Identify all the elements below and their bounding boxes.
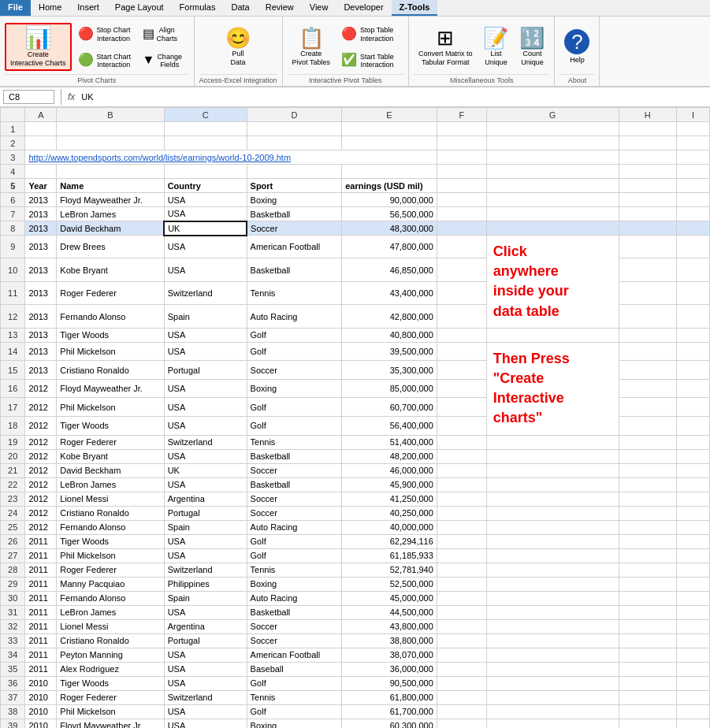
help-button[interactable]: ? Help [559, 26, 594, 68]
pull-data-label: PullData [231, 50, 246, 67]
row-num: 37 [1, 690, 25, 704]
cell-reference-box[interactable] [3, 90, 54, 104]
row-num: 7 [1, 207, 25, 221]
row-num: 18 [1, 416, 25, 435]
header-earnings[interactable]: earnings (USD mil) [342, 179, 437, 193]
row-num: 6 [1, 193, 25, 207]
col-header-e[interactable]: E [342, 108, 437, 122]
change-fields-label: ChangeFields [157, 53, 182, 70]
row-num: 22 [1, 477, 25, 492]
table-row: 212012David BeckhamUKSoccer46,000,000 [1, 463, 710, 477]
row-num: 4 [1, 165, 25, 179]
header-country[interactable]: Country [164, 179, 247, 193]
row-num: 19 [1, 435, 25, 449]
row-num: 8 [1, 221, 25, 236]
menu-home[interactable]: Home [31, 0, 69, 16]
formula-bar-separator [61, 89, 61, 105]
row-num: 12 [1, 305, 25, 328]
col-header-f[interactable]: F [437, 108, 486, 122]
convert-matrix-button[interactable]: ⊞ Convert Matrix toTabular Format [414, 24, 478, 70]
ribbon-group-pivot-charts: 📊 CreateInteractive Charts 🔴 Stop ChartI… [0, 17, 195, 86]
help-icon: ? [564, 29, 589, 54]
start-table-interaction-button[interactable]: ✅ Start TableInteraction [336, 48, 403, 73]
menu-formulas[interactable]: Formulas [172, 0, 224, 16]
table-row: 272011Phil MickelsonUSAGolf61,185,933 [1, 548, 710, 563]
table-row: 352011Alex RodriguezUSABaseball36,000,00… [1, 662, 710, 676]
row-num: 17 [1, 398, 25, 417]
row-num: 28 [1, 563, 25, 577]
list-unique-button[interactable]: 📝 ListUnique [478, 24, 513, 70]
row-num: 38 [1, 704, 25, 719]
menu-data[interactable]: Data [223, 0, 257, 16]
menu-insert[interactable]: Insert [69, 0, 107, 16]
convert-matrix-label: Convert Matrix toTabular Format [418, 50, 473, 67]
align-charts-button[interactable]: ▤ AlignCharts [138, 21, 189, 46]
ribbon-group-about: ? Help About [555, 17, 600, 86]
list-unique-label: ListUnique [485, 50, 507, 67]
table-row: 192012Roger FedererSwitzerlandTennis51,4… [1, 435, 710, 449]
col-header-a[interactable]: A [25, 108, 57, 122]
table-row: 292011Manny PacquiaoPhilippinesBoxing52,… [1, 577, 710, 591]
formula-bar: fx [0, 87, 710, 107]
row-num: 16 [1, 379, 25, 398]
col-header-b[interactable]: B [57, 108, 164, 122]
col-header-d[interactable]: D [247, 108, 342, 122]
table-row: 222012LeBron JamesUSABasketball45,900,00… [1, 477, 710, 492]
stop-chart-interaction-button[interactable]: 🔴 Stop ChartInteraction [73, 21, 136, 46]
row-num: 34 [1, 648, 25, 662]
header-sport[interactable]: Sport [247, 179, 342, 193]
count-unique-icon: 🔢 [519, 28, 545, 48]
about-buttons: ? Help [559, 20, 594, 74]
row-num: 27 [1, 548, 25, 563]
start-chart-interaction-button[interactable]: 🟢 Start ChartInteraction [73, 48, 136, 73]
table-row: 132013Tiger WoodsUSAGolf40,800,000 [1, 328, 710, 342]
menu-developer[interactable]: Developer [336, 0, 391, 16]
table-row: 3 http://www.topendsports.com/world/list… [1, 150, 710, 165]
pull-data-button[interactable]: 😊 PullData [221, 24, 255, 70]
stop-chart-label: Stop ChartInteraction [97, 26, 131, 43]
table-row: 242012Cristiano RonaldoPortugalSoccer40,… [1, 506, 710, 520]
menu-page-layout[interactable]: Page Layout [107, 0, 172, 16]
menu-view[interactable]: View [302, 0, 336, 16]
row-num: 10 [1, 258, 25, 281]
interactive-pivot-group-label: Interactive Pivot Tables [288, 74, 403, 84]
url-cell[interactable]: http://www.topendsports.com/world/lists/… [25, 150, 437, 165]
col-header-g[interactable]: G [486, 108, 619, 122]
header-year[interactable]: Year [25, 179, 57, 193]
fx-label: fx [68, 91, 75, 102]
change-fields-icon: ▼ [143, 54, 155, 66]
row-num: 21 [1, 463, 25, 477]
col-header-i[interactable]: I [676, 108, 709, 122]
table-row: 332011Cristiano RonaldoPortugalSoccer38,… [1, 633, 710, 648]
menu-analyze[interactable]: Z-Tools [392, 0, 438, 16]
header-name[interactable]: Name [57, 179, 164, 193]
row-num: 39 [1, 719, 25, 728]
table-row: 372010Roger FedererSwitzerlandTennis61,8… [1, 690, 710, 704]
formula-input[interactable] [81, 92, 707, 102]
count-unique-button[interactable]: 🔢 CountUnique [515, 24, 549, 70]
table-row: 362010Tiger WoodsUSAGolf90,500,000 [1, 676, 710, 690]
row-num: 5 [1, 179, 25, 193]
menu-review[interactable]: Review [258, 0, 302, 16]
stop-chart-icon: 🔴 [78, 28, 94, 40]
table-row: 392010Floyd Mayweather Jr.USABoxing60,30… [1, 719, 710, 728]
table-row: 5 Year Name Country Sport earnings (USD … [1, 179, 710, 193]
table-row: 322011Lionel MessiArgentinaSoccer43,800,… [1, 619, 710, 633]
col-header-c[interactable]: C [164, 108, 247, 122]
table-row: 62013Floyd Mayweather Jr.USABoxing90,000… [1, 193, 710, 207]
change-fields-button[interactable]: ▼ ChangeFields [138, 48, 189, 73]
create-pivot-icon: 📋 [299, 28, 324, 48]
menu-file[interactable]: File [0, 0, 31, 16]
create-interactive-charts-button[interactable]: 📊 CreateInteractive Charts [5, 23, 72, 72]
stop-table-interaction-button[interactable]: 🔴 Stop TableInteraction [336, 21, 403, 46]
spreadsheet-grid: A B C D E F G H I 1 2 [0, 107, 710, 728]
row-num: 31 [1, 605, 25, 619]
interactive-pivot-buttons: 📋 CreatePivot Tables 🔴 Stop TableInterac… [288, 20, 403, 74]
create-pivot-tables-button[interactable]: 📋 CreatePivot Tables [288, 24, 335, 70]
table-row: 302011Fernando AlonsoSpainAuto Racing45,… [1, 591, 710, 605]
table-row: 4 [1, 165, 710, 179]
stop-table-label: Stop TableInteraction [360, 26, 393, 43]
row-num: 15 [1, 361, 25, 380]
col-header-h[interactable]: H [619, 108, 676, 122]
table-row: 312011LeBron JamesUSABasketball44,500,00… [1, 605, 710, 619]
